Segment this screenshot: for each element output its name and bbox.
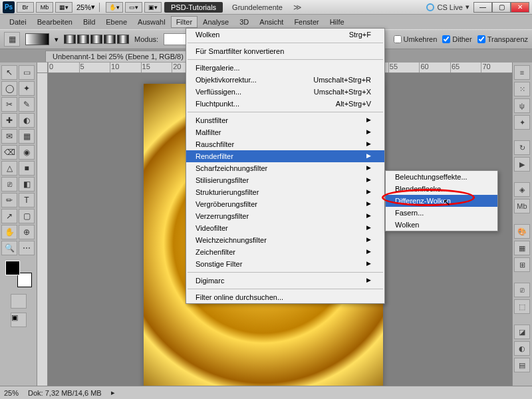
- menu-ansicht[interactable]: Ansicht: [254, 16, 289, 28]
- tool-button[interactable]: ✉: [1, 129, 17, 144]
- tool-button[interactable]: ✂: [1, 97, 17, 112]
- panel-icon[interactable]: ◈: [514, 182, 530, 197]
- dropdown-icon[interactable]: ▾: [55, 35, 59, 44]
- arrange-button[interactable]: ▭▾: [125, 2, 142, 13]
- menuitem-fasern-[interactable]: Fasern...: [386, 207, 497, 219]
- panel-icon[interactable]: ≡: [514, 65, 530, 80]
- status-dok[interactable]: Dok: 7,32 MB/14,6 MB: [28, 389, 102, 397]
- zoom-level[interactable]: 25%: [76, 3, 91, 11]
- tool-button[interactable]: ⌫: [1, 145, 17, 160]
- close-button[interactable]: ✕: [511, 2, 529, 13]
- tool-button[interactable]: ⋯: [19, 241, 35, 255]
- menuitem-vergr-berungsfilter[interactable]: Vergröberungsfilter▶: [186, 198, 384, 210]
- menu-fenster[interactable]: Fenster: [289, 16, 324, 28]
- workspace-more-icon[interactable]: ≫: [293, 3, 302, 12]
- workspace-psd-tutorials[interactable]: PSD-Tutorials: [164, 2, 223, 13]
- tool-button[interactable]: ▦: [19, 129, 35, 144]
- menuitem-wolken[interactable]: Wolken: [386, 219, 497, 231]
- panel-icon[interactable]: ↻: [514, 140, 530, 155]
- tool-button[interactable]: ✦: [19, 81, 35, 96]
- gradient-tool-icon[interactable]: ▦: [4, 32, 20, 47]
- tool-button[interactable]: ↗: [1, 209, 17, 223]
- radial-gradient-button[interactable]: [77, 35, 89, 44]
- menuitem-f-r-smartfilter-konvertieren[interactable]: Für Smartfilter konvertieren: [186, 45, 384, 57]
- menuitem-strukturierungsfilter[interactable]: Strukturierungsfilter▶: [186, 186, 384, 198]
- tool-button[interactable]: ◯: [1, 81, 17, 96]
- tool-button[interactable]: ⊕: [19, 225, 35, 239]
- menu-bild[interactable]: Bild: [78, 16, 100, 28]
- foreground-background-colors[interactable]: [5, 261, 32, 287]
- tool-button[interactable]: ◐: [19, 113, 35, 128]
- workspace-grundelemente[interactable]: Grundelemente: [225, 2, 289, 13]
- menu-bearbeiten[interactable]: Bearbeiten: [32, 16, 78, 28]
- menuitem-filter-online-durchsuchen-[interactable]: Filter online durchsuchen...: [186, 291, 384, 303]
- tool-button[interactable]: ✚: [1, 113, 17, 128]
- menuitem-weichzeichnungsfilter[interactable]: Weichzeichnungsfilter▶: [186, 234, 384, 246]
- tool-button[interactable]: ▭: [19, 65, 35, 80]
- menuitem-verfl-ssigen-[interactable]: Verflüssigen...Umschalt+Strg+X: [186, 86, 384, 98]
- menuitem-videofilter[interactable]: Videofilter▶: [186, 222, 384, 234]
- hand-tool-button[interactable]: ✋▾: [106, 2, 123, 13]
- menu-3d[interactable]: 3D: [234, 16, 254, 28]
- panel-icon[interactable]: ◪: [514, 325, 530, 339]
- linear-gradient-button[interactable]: [64, 35, 76, 44]
- minimize-button[interactable]: —: [473, 2, 492, 13]
- menuitem-stilisierungsfilter[interactable]: Stilisierungsfilter▶: [186, 174, 384, 186]
- panel-icon[interactable]: 🎨: [514, 224, 530, 239]
- menu-analyse[interactable]: Analyse: [198, 16, 234, 28]
- bridge-button[interactable]: Br: [17, 2, 34, 13]
- menuitem-verzerrungsfilter[interactable]: Verzerrungsfilter▶: [186, 210, 384, 222]
- menuitem-objektivkorrektur-[interactable]: Objektivkorrektur...Umschalt+Strg+R: [186, 74, 384, 86]
- umkehren-checkbox[interactable]: Umkehren: [394, 35, 438, 43]
- tool-button[interactable]: ▢: [19, 209, 35, 223]
- menuitem-sonstige-filter[interactable]: Sonstige Filter▶: [186, 258, 384, 270]
- foreground-color[interactable]: [5, 261, 20, 275]
- menu-auswahl[interactable]: Auswahl: [132, 16, 171, 28]
- transparenz-checkbox[interactable]: Transparenz: [477, 35, 528, 43]
- panel-icon[interactable]: ▤: [514, 358, 530, 372]
- panel-icon[interactable]: ◐: [514, 341, 530, 356]
- menuitem-fluchtpunkt-[interactable]: Fluchtpunkt...Alt+Strg+V: [186, 98, 384, 110]
- status-arrow-icon[interactable]: ▸: [111, 388, 115, 397]
- menuitem-zeichenfilter[interactable]: Zeichenfilter▶: [186, 246, 384, 258]
- menuitem-digimarc[interactable]: Digimarc▶: [186, 275, 384, 287]
- tool-button[interactable]: ◧: [19, 177, 35, 192]
- status-zoom[interactable]: 25%: [4, 389, 19, 397]
- angle-gradient-button[interactable]: [90, 35, 102, 44]
- menuitem-renderfilter[interactable]: Renderfilter▶: [186, 150, 384, 162]
- panel-icon[interactable]: ⊞: [514, 257, 530, 272]
- tool-button[interactable]: 🔍: [1, 241, 17, 255]
- tool-button[interactable]: ◉: [19, 145, 35, 160]
- quickmask-button[interactable]: [11, 294, 27, 309]
- screenmode-button[interactable]: ▣: [11, 313, 27, 327]
- gradient-preview[interactable]: [25, 33, 49, 45]
- panel-icon[interactable]: Mb: [514, 199, 530, 213]
- menuitem-blendenflecke-[interactable]: Blendenflecke...: [386, 183, 497, 195]
- tool-button[interactable]: ⎚: [1, 177, 17, 192]
- menuitem-malfilter[interactable]: Malfilter▶: [186, 126, 384, 138]
- document-tab[interactable]: Unbenannt-1 bei 25% (Ebene 1, RGB/8): [45, 51, 191, 62]
- dither-checkbox[interactable]: Dither: [442, 35, 471, 43]
- menu-hilfe[interactable]: Hilfe: [325, 16, 350, 28]
- menuitem-differenz-wolken[interactable]: Differenz-Wolken: [386, 195, 497, 207]
- tool-button[interactable]: ✏: [1, 193, 17, 207]
- panel-icon[interactable]: ⎚: [514, 283, 530, 297]
- maximize-button[interactable]: ▢: [492, 2, 511, 13]
- tool-button[interactable]: ✎: [19, 97, 35, 112]
- panel-icon[interactable]: ▦: [514, 241, 530, 255]
- screen-button[interactable]: ▣▾: [144, 2, 162, 13]
- tool-button[interactable]: ↖: [1, 65, 17, 80]
- tool-button[interactable]: △: [1, 161, 17, 176]
- screenmode-button[interactable]: ▦▾: [55, 2, 72, 13]
- dropdown-icon[interactable]: ▾: [91, 3, 95, 11]
- panel-icon[interactable]: ▶: [514, 157, 530, 172]
- reflected-gradient-button[interactable]: [104, 35, 116, 44]
- menuitem-kunstfilter[interactable]: Kunstfilter▶: [186, 114, 384, 126]
- menu-filter[interactable]: Filter: [171, 16, 198, 28]
- panel-icon[interactable]: ⁙: [514, 82, 530, 96]
- tool-button[interactable]: ✋: [1, 225, 17, 239]
- diamond-gradient-button[interactable]: [117, 35, 129, 44]
- minibridge-button[interactable]: Mb: [36, 2, 53, 13]
- panel-icon[interactable]: ✦: [514, 115, 530, 130]
- menuitem-beleuchtungseffekte-[interactable]: Beleuchtungseffekte...: [386, 171, 497, 183]
